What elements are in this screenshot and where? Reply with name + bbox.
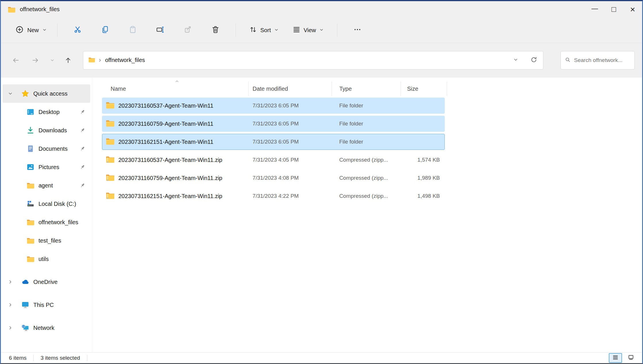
recent-locations-chevron[interactable] [47, 53, 57, 68]
file-type: Compressed (zipp... [332, 193, 401, 199]
sidebar-item-documents[interactable]: Documents [3, 140, 90, 158]
status-divider [87, 355, 87, 361]
file-explorer-window: offnetwork_files — □ × New Sort View [0, 0, 643, 364]
breadcrumb[interactable]: offnetwork_files [105, 57, 145, 63]
file-type: File folder [332, 102, 401, 109]
sidebar-item-offnetwork-files[interactable]: offnetwork_files [3, 213, 90, 231]
minimize-button[interactable]: — [585, 1, 604, 18]
sidebar-item-downloads[interactable]: Downloads [3, 121, 90, 140]
forward-button[interactable] [28, 53, 43, 68]
file-type: Compressed (zipp... [332, 157, 401, 163]
folder-icon [26, 181, 35, 190]
sidebar-item-desktop[interactable]: Desktop [3, 103, 90, 121]
refresh-icon[interactable] [530, 56, 537, 64]
up-button[interactable] [61, 53, 76, 68]
file-date-modified: 7/31/2023 6:05 PM [249, 102, 332, 109]
toolbar-divider [337, 24, 337, 37]
file-date-modified: 7/31/2023 4:08 PM [249, 175, 332, 181]
search-input[interactable] [574, 57, 630, 63]
pin-icon [79, 109, 86, 115]
folder-icon [26, 255, 35, 263]
document-icon [26, 144, 35, 153]
sidebar-item-local-disk-c[interactable]: Local Disk (C:) [3, 195, 90, 213]
file-date-modified: 7/31/2023 4:05 PM [249, 157, 332, 163]
file-type: Compressed (zipp... [332, 175, 401, 181]
sidebar-item-label: utils [38, 256, 49, 262]
network-icon [21, 324, 30, 332]
sidebar-item-onedrive[interactable]: OneDrive [3, 273, 90, 291]
sort-ascending-caret-icon [174, 79, 180, 85]
sidebar-item-label: Network [33, 325, 54, 331]
address-bar[interactable]: offnetwork_files [83, 51, 543, 69]
sidebar-item-label: Desktop [38, 109, 59, 115]
paste-icon [128, 25, 137, 35]
cut-button[interactable] [68, 22, 87, 39]
chevron-down-icon [274, 27, 279, 34]
sidebar-item-network[interactable]: Network [3, 319, 90, 337]
rename-button[interactable] [151, 22, 170, 39]
status-bar: 6 items 3 items selected [1, 352, 642, 363]
delete-button[interactable] [206, 22, 225, 39]
chevron-right-icon[interactable] [8, 279, 14, 284]
address-dropdown-chevron[interactable] [513, 57, 518, 63]
file-rows: 20230731160537-Agent-Team-Win11 7/31/202… [102, 98, 642, 204]
folder-icon [26, 236, 35, 245]
sidebar-item-pictures[interactable]: Pictures [3, 158, 90, 176]
zip-file-icon [105, 191, 115, 202]
rename-icon [156, 25, 165, 35]
close-button[interactable]: × [623, 1, 642, 18]
view-menu-button[interactable]: View [288, 22, 328, 39]
chevron-down-icon [42, 27, 47, 34]
paste-button[interactable] [124, 22, 142, 39]
pin-icon [79, 127, 86, 133]
maximize-button[interactable]: □ [604, 1, 623, 18]
sidebar-item-test-files[interactable]: test_files [3, 231, 90, 250]
column-header-size[interactable]: Size [401, 82, 447, 96]
file-type: File folder [332, 139, 401, 145]
sidebar-item-quick-access[interactable]: Quick access [3, 84, 90, 103]
see-more-button[interactable] [348, 22, 367, 39]
chevron-right-icon[interactable] [8, 325, 14, 330]
onedrive-cloud-icon [21, 278, 30, 286]
new-button[interactable]: New [11, 22, 51, 39]
table-row[interactable]: 20230731162151-Agent-Team-Win11.zip 7/31… [102, 188, 445, 204]
downloads-icon [26, 126, 35, 135]
copy-button[interactable] [96, 22, 114, 39]
share-button[interactable] [179, 22, 197, 39]
table-row[interactable]: 20230731162151-Agent-Team-Win11 7/31/202… [102, 134, 445, 150]
table-row[interactable]: 20230731160759-Agent-Team-Win11.zip 7/31… [102, 170, 445, 186]
file-date-modified: 7/31/2023 4:22 PM [249, 193, 332, 199]
sidebar-item-label: OneDrive [33, 279, 57, 285]
breadcrumb-chevron-icon [98, 58, 102, 63]
view-lines-icon [292, 26, 301, 35]
chevron-down-icon[interactable] [8, 91, 14, 96]
sidebar-item-this-pc[interactable]: This PC [3, 296, 90, 314]
sidebar-item-label: Pictures [38, 164, 59, 171]
search-box[interactable] [561, 51, 635, 69]
sort-menu-button[interactable]: Sort [245, 22, 283, 39]
maximize-icon: □ [611, 5, 616, 14]
plus-circle-icon [15, 25, 24, 35]
column-header-type[interactable]: Type [332, 82, 401, 96]
large-thumbnails-view-button[interactable] [624, 353, 638, 363]
minimize-icon: — [592, 5, 598, 12]
share-icon [184, 25, 192, 35]
chevron-right-icon[interactable] [8, 302, 14, 307]
sidebar-item-agent[interactable]: agent [3, 176, 90, 195]
file-date-modified: 7/31/2023 6:05 PM [249, 121, 332, 127]
details-view-button[interactable] [609, 353, 622, 363]
folder-icon [105, 136, 115, 147]
pictures-icon [26, 163, 35, 171]
sidebar-item-label: agent [38, 182, 53, 189]
status-divider [33, 355, 34, 361]
column-header-date-modified[interactable]: Date modified [249, 82, 332, 96]
table-row[interactable]: 20230731160759-Agent-Team-Win11 7/31/202… [102, 116, 445, 132]
toolbar-divider [57, 24, 57, 37]
sidebar-item-utils[interactable]: utils [3, 250, 90, 268]
file-name: 20230731160759-Agent-Team-Win11 [118, 121, 213, 127]
table-row[interactable]: 20230731160537-Agent-Team-Win11 7/31/202… [102, 98, 445, 114]
sort-menu-label: Sort [260, 27, 271, 34]
back-button[interactable] [8, 53, 23, 68]
breadcrumb-folder-icon [88, 56, 95, 65]
table-row[interactable]: 20230731160537-Agent-Team-Win11.zip 7/31… [102, 152, 445, 168]
